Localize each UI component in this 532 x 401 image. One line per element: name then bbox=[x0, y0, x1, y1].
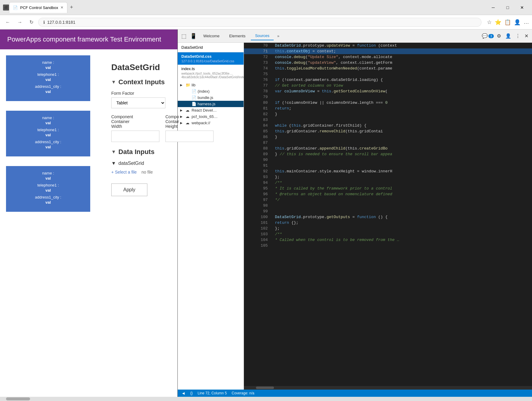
refresh-button[interactable]: ↻ bbox=[27, 18, 36, 26]
line-num-98: 98 bbox=[244, 203, 272, 208]
code-horizontal-scrollbar[interactable] bbox=[244, 386, 532, 390]
code-line-96: 96 * @returns an object based on nomencl… bbox=[244, 191, 532, 197]
code-line-74: 74 this.toggleLoadMoreButtonWhenNeeded(c… bbox=[244, 66, 532, 71]
file-icon-harness: 📄 bbox=[192, 102, 196, 106]
code-line-103: 103 /** bbox=[244, 231, 532, 237]
line-num-95: 95 bbox=[244, 186, 272, 191]
line-code-74: this.toggleLoadMoreButtonWhenNeeded(cont… bbox=[272, 66, 532, 71]
code-line-93: 93 }; bbox=[244, 174, 532, 180]
code-line-76: 76 if (!context.parameters.dataSetGrid.l… bbox=[244, 77, 532, 83]
line-code-78: var columnsOnView = this.getSortedColumn… bbox=[272, 88, 532, 94]
line-code-94: /** bbox=[272, 180, 532, 186]
tab-welcome[interactable]: Welcome bbox=[199, 32, 224, 40]
tree-arrow-lib: ▶ bbox=[180, 83, 184, 87]
folder-icon-lib: 📁 bbox=[186, 83, 190, 87]
container-height-input[interactable] bbox=[165, 131, 214, 142]
devtools-profile-icon[interactable]: 👤 bbox=[504, 32, 512, 40]
line-code-70: DataSetGrid.prototype.updateView = funct… bbox=[272, 43, 532, 48]
code-line-90: 90 bbox=[244, 157, 532, 163]
search-result-css-filename: DataSetGrid.css bbox=[181, 54, 240, 59]
settings-more-icon[interactable]: … bbox=[524, 19, 529, 26]
devtools-settings-icon[interactable]: ⚙ bbox=[496, 32, 502, 40]
tree-item-index[interactable]: 📄 (index) bbox=[178, 88, 244, 94]
collections-icon[interactable]: 📋 bbox=[504, 19, 511, 26]
file-search-input[interactable] bbox=[178, 43, 244, 52]
container-width-col: ComponentContainerWidth bbox=[111, 114, 159, 142]
search-result-css[interactable]: DataSetGrid.css 127.0.0.1:8181/css/DataS… bbox=[178, 52, 244, 65]
line-num-78: 78 bbox=[244, 88, 272, 94]
line-num-79: 79 bbox=[244, 94, 272, 100]
select-file-button[interactable]: + Select a file bbox=[111, 170, 137, 174]
apply-button[interactable]: Apply bbox=[111, 184, 147, 196]
active-tab[interactable]: 📄 PCF Control Sandbox ✕ bbox=[9, 2, 67, 13]
tab-close-button[interactable]: ✕ bbox=[60, 5, 63, 10]
line-code-81: return; bbox=[272, 106, 532, 111]
grid-card-3: name : val telephone1 : val address1_cit… bbox=[6, 166, 90, 212]
favorites-icon[interactable]: ☆ bbox=[487, 19, 492, 26]
tab-more-button[interactable]: » bbox=[275, 32, 282, 40]
back-button[interactable]: ← bbox=[3, 18, 13, 26]
url-text: 127.0.0.1:8181 bbox=[47, 20, 476, 25]
form-factor-select[interactable]: Phone Tablet bbox=[111, 97, 165, 108]
card1-name-label: name : bbox=[11, 60, 85, 65]
url-bar[interactable]: ℹ 127.0.0.1:8181 bbox=[38, 18, 481, 27]
line-num-82: 82 bbox=[244, 111, 272, 117]
code-scroll[interactable]: 70 DataSetGrid.prototype.updateView = fu… bbox=[244, 43, 532, 386]
new-tab-button[interactable]: + bbox=[67, 4, 75, 11]
favorites-star-icon[interactable]: ⭐ bbox=[495, 19, 501, 26]
line-num-76: 76 bbox=[244, 77, 272, 83]
collapse-arrow-data[interactable]: ▼ bbox=[111, 149, 116, 155]
tree-label-lib: lib bbox=[192, 83, 195, 87]
code-line-101: 101 return {}; bbox=[244, 220, 532, 226]
tree-item-harness[interactable]: 📄 harness.js bbox=[178, 101, 244, 107]
close-button[interactable]: ✕ bbox=[515, 3, 529, 12]
card3-city-label: address1_city : bbox=[11, 195, 85, 199]
tree-item-lib[interactable]: ▶ 📁 lib bbox=[178, 82, 244, 88]
maximize-button[interactable]: □ bbox=[501, 3, 515, 12]
code-line-87: 87 bbox=[244, 140, 532, 146]
line-code-73: console.debug("updateView", context.clie… bbox=[272, 60, 532, 66]
context-inputs-label: Context Inputs bbox=[118, 78, 165, 86]
line-code-85: this.gridContainer.removeChild(this.grid… bbox=[272, 128, 532, 134]
card2-city-label: address1_city : bbox=[11, 140, 85, 144]
tree-item-react[interactable]: ▶ ☁ React Devel… bbox=[178, 107, 244, 113]
container-dimensions-row: ComponentContainerWidth CompoContairHeig… bbox=[111, 114, 177, 142]
line-num-72: 72 bbox=[244, 54, 272, 60]
dataset-title: DataSetGrid bbox=[111, 57, 177, 72]
devtools-device-icon[interactable]: 📱 bbox=[189, 32, 198, 41]
tab-title: PCF Control Sandbox bbox=[20, 5, 58, 10]
code-line-89: 89 } // this is needed to ensure the scr… bbox=[244, 151, 532, 157]
forward-button[interactable]: → bbox=[15, 18, 25, 26]
tree-item-bundle[interactable]: 📄 bundle.js bbox=[178, 94, 244, 101]
plus-icon: + bbox=[111, 170, 114, 174]
container-height-label: CompoContairHeight bbox=[165, 114, 214, 129]
card1-name-value: val bbox=[11, 65, 85, 70]
devtools-more-icon[interactable]: ⋮ bbox=[514, 32, 521, 40]
devtools-close-icon[interactable]: ✕ bbox=[523, 32, 530, 40]
card1-city-label: address1_city : bbox=[11, 84, 85, 89]
collapse-arrow-context[interactable]: ▼ bbox=[111, 79, 116, 85]
search-result-ts[interactable]: index.ts webpack://pcf_tools_652ac3f36e…… bbox=[178, 65, 244, 81]
devtools-panel: ⬚ 📱 Welcome Elements Sources » 💬 3 ⚙ 👤 ⋮… bbox=[177, 29, 532, 397]
line-num-101: 101 bbox=[244, 220, 272, 226]
devtools-left-arrow[interactable]: ◄ bbox=[181, 391, 186, 396]
devtools-inspect-icon[interactable]: ⬚ bbox=[180, 32, 188, 41]
tab-sources[interactable]: Sources bbox=[251, 32, 274, 40]
tab-elements[interactable]: Elements bbox=[225, 32, 250, 40]
code-table: 70 DataSetGrid.prototype.updateView = fu… bbox=[244, 43, 532, 248]
collapse-arrow-dataset[interactable]: ▼ bbox=[111, 161, 116, 166]
line-num-87: 87 bbox=[244, 140, 272, 146]
profile-icon[interactable]: 👤 bbox=[514, 19, 521, 26]
badge-count: 3 bbox=[488, 34, 494, 38]
line-code-96: * @returns an object based on nomenclatu… bbox=[272, 191, 532, 197]
line-code-84: while (this.gridContainer.firstChild) { bbox=[272, 123, 532, 128]
devtools-curly-icon[interactable]: {} bbox=[190, 391, 193, 395]
main-horizontal-scrollbar[interactable] bbox=[0, 397, 532, 401]
devtools-coverage: Coverage: n/a bbox=[232, 391, 254, 395]
code-line-73: 73 console.debug("updateView", context.c… bbox=[244, 60, 532, 66]
minimize-button[interactable]: ─ bbox=[486, 3, 500, 12]
container-width-input[interactable] bbox=[111, 131, 159, 142]
line-code-86: } bbox=[272, 134, 532, 140]
search-result-ts-path: webpack://pcf_tools_652ac3f36e…4bca82eb3… bbox=[181, 72, 240, 79]
grid-card-2: name : val telephone1 : val address1_cit… bbox=[6, 111, 90, 156]
